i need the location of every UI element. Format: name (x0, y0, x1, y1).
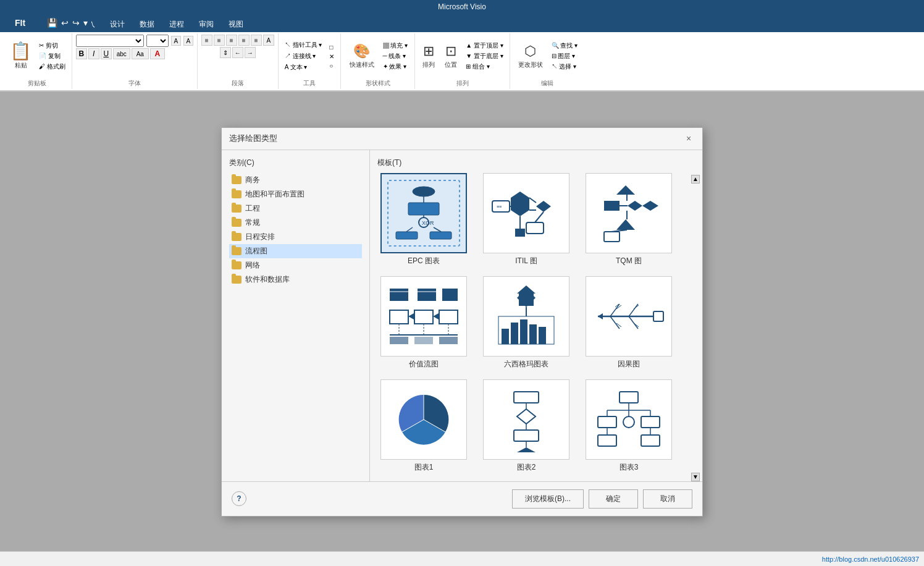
category-item-network[interactable]: 网络 (229, 258, 362, 272)
cut-button[interactable]: ✂ 剪切 (36, 41, 68, 51)
quick-styles-button[interactable]: 🎨 快速样式 (346, 35, 378, 78)
find-button[interactable]: 🔍 查找 ▾ (549, 41, 581, 51)
extra-tool-btn[interactable]: ○ (327, 62, 337, 70)
align-left-button[interactable]: ≡ (201, 35, 212, 46)
paragraph-label: 段落 (232, 78, 244, 88)
tab-data[interactable]: 数据 (132, 16, 162, 32)
format-painter-button[interactable]: 🖌 格式刷 (36, 62, 68, 72)
svg-rect-94 (598, 435, 616, 446)
indent-btn[interactable]: A (263, 35, 274, 46)
layers-button[interactable]: ⊟ 图层 ▾ (549, 51, 581, 61)
edit-label: 编辑 (541, 78, 553, 88)
template-thumb-six-sigma[interactable] (483, 276, 569, 357)
arrange-button[interactable]: ⊞ 排列 (419, 35, 439, 78)
template-thumb-tqm[interactable] (586, 173, 672, 253)
connector-tool-button[interactable]: ↗ 连接线 ▾ (282, 51, 325, 61)
svg-marker-25 (628, 201, 642, 211)
font-shrink-button[interactable]: A (183, 36, 193, 46)
template-item-itil[interactable]: ≡≡ (480, 173, 573, 266)
category-item-schedule[interactable]: 日程安排 (229, 230, 362, 244)
svg-text:XOR: XOR (422, 220, 434, 226)
category-item-general[interactable]: 常规 (229, 216, 362, 230)
save-quick-btn[interactable]: 💾 (46, 17, 59, 29)
template-thumb-flow2[interactable] (483, 379, 569, 460)
template-thumb-value-stream[interactable] (380, 276, 467, 357)
template-thumb-epc[interactable]: XOR (380, 173, 467, 253)
font-size-select[interactable] (146, 35, 169, 47)
pointer-tool-button[interactable]: ↖ 指针工具 ▾ (282, 40, 325, 50)
template-item-value-stream[interactable]: 价值流图 (377, 276, 470, 370)
font-grow-button[interactable]: A (171, 36, 181, 46)
tab-review[interactable]: 审阅 (191, 16, 221, 32)
font-color-button[interactable]: A (150, 48, 165, 59)
template-thumb-pie[interactable] (380, 379, 467, 460)
status-bar: http://blog.csdn.net/u010626937 (0, 551, 924, 566)
qa-dropdown-btn[interactable]: ▾ (82, 17, 89, 29)
copy-button[interactable]: 📄 复制 (36, 51, 68, 61)
browse-templates-button[interactable]: 浏览模板(B)... (512, 489, 584, 509)
template-item-six-sigma[interactable]: 六西格玛图表 (480, 276, 573, 370)
bold-button[interactable]: B (76, 48, 87, 59)
canvas-area[interactable]: 选择绘图类型 × 类别(C) 商务 地图和平面布置图 (0, 91, 924, 552)
visio-logo[interactable]: FIt (0, 14, 40, 32)
svg-rect-57 (539, 327, 546, 344)
category-item-engineering[interactable]: 工程 (229, 201, 362, 216)
category-item-software[interactable]: 软件和数据库 (229, 272, 362, 287)
template-item-tqm[interactable]: TQM 图 (582, 173, 675, 266)
line-spacing-button[interactable]: ⇕ (220, 47, 231, 58)
position-icon: ⊡ (445, 43, 456, 59)
tab-design[interactable]: 设计 (103, 16, 132, 32)
align-right-button[interactable]: ≡ (226, 35, 237, 46)
template-item-cause-effect[interactable]: 因果图 (582, 276, 675, 370)
list-button[interactable]: ≡ (251, 35, 262, 46)
ok-button[interactable]: 确定 (589, 489, 638, 509)
help-button[interactable]: ? (232, 491, 246, 506)
template-item-tree[interactable]: 图表3 (582, 379, 675, 473)
svg-rect-39 (390, 310, 408, 324)
tab-view[interactable]: 视图 (221, 16, 251, 32)
template-item-flow2[interactable]: 图表2 (480, 379, 573, 473)
text-tool-button[interactable]: A 文本 ▾ (282, 62, 325, 72)
svg-marker-14 (511, 192, 529, 216)
change-shape-button[interactable]: ⬡ 更改形状 (514, 35, 547, 78)
bring-to-front-button[interactable]: ▲ 置于顶层 ▾ (463, 41, 505, 51)
template-item-epc[interactable]: XOR (377, 173, 470, 266)
decrease-indent-button[interactable]: ← (232, 47, 243, 58)
select-button[interactable]: ↖ 选择 ▾ (549, 62, 581, 72)
line-button[interactable]: ─ 线条 ▾ (380, 51, 411, 61)
category-item-flowchart[interactable]: 流程图 (229, 244, 362, 258)
shape-tool-button[interactable]: □ (327, 43, 337, 51)
category-item-business[interactable]: 商务 (229, 173, 362, 187)
effect-button[interactable]: ✦ 效果 ▾ (380, 62, 411, 72)
paste-button[interactable]: 📋 粘贴 (6, 35, 35, 78)
template-thumb-itil[interactable]: ≡≡ (483, 173, 569, 253)
scroll-up-button[interactable]: ▲ (691, 175, 700, 184)
template-thumb-tree[interactable] (586, 379, 672, 460)
increase-indent-button[interactable]: → (245, 47, 256, 58)
category-item-map[interactable]: 地图和平面布置图 (229, 187, 362, 201)
redo-quick-btn[interactable]: ↪ (71, 17, 81, 29)
send-to-back-button[interactable]: ▼ 置于底层 ▾ (463, 51, 505, 61)
dialog-close-button[interactable]: × (682, 132, 695, 145)
template-item-pie[interactable]: 图表1 (377, 379, 470, 473)
undo-quick-btn[interactable]: ↩ (60, 17, 70, 29)
position-button[interactable]: ⊡ 位置 (441, 35, 461, 78)
template-name-cause-effect: 因果图 (618, 359, 640, 370)
template-thumb-cause-effect[interactable] (586, 276, 672, 357)
group-button[interactable]: ⊞ 组合 ▾ (463, 62, 505, 72)
align-center-button[interactable]: ≡ (214, 35, 225, 46)
justify-button[interactable]: ≡ (238, 35, 250, 46)
template-scroll[interactable]: XOR (377, 173, 695, 481)
tab-process[interactable]: 进程 (162, 16, 191, 32)
ribbon-group-shape-styles: 🎨 快速样式 ▦ 填充 ▾ ─ 线条 ▾ ✦ 效果 ▾ 形状样式 (341, 33, 415, 89)
case-button[interactable]: Aa (132, 48, 149, 59)
fill-button[interactable]: ▦ 填充 ▾ (380, 41, 411, 51)
cancel-button[interactable]: 取消 (643, 489, 692, 509)
pencil-tool-button[interactable]: ✕ (327, 53, 337, 61)
folder-icon-network (232, 261, 242, 269)
underline-button[interactable]: U (101, 48, 112, 59)
font-family-select[interactable] (76, 35, 144, 47)
italic-button[interactable]: I (88, 48, 99, 59)
scroll-down-button[interactable]: ▼ (691, 473, 700, 481)
strikethrough-button[interactable]: abc (113, 48, 130, 59)
